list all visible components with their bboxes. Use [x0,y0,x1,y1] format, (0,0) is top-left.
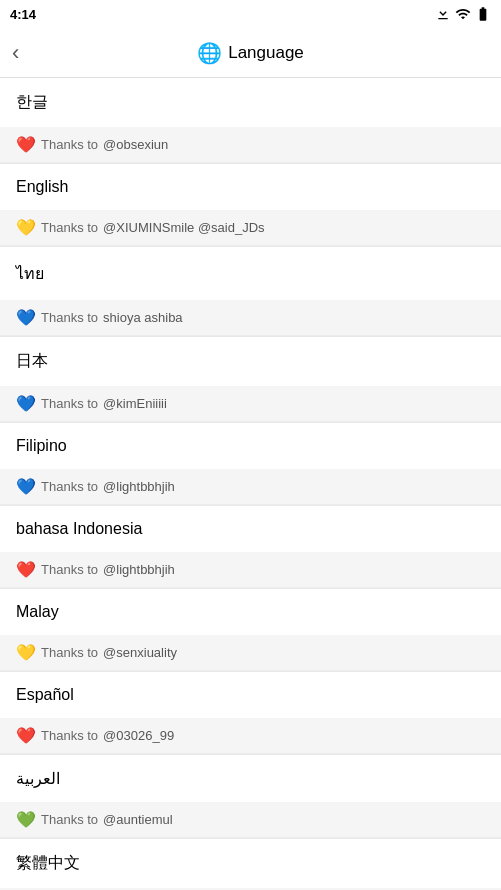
header: ‹ 🌐 Language [0,28,501,78]
language-item[interactable]: English [0,164,501,210]
thanks-row: 💙Thanks to@lightbbhjih [0,469,501,505]
thanks-emoji: 💛 [16,218,36,237]
battery-icon [475,6,491,22]
thanks-text: Thanks to [41,479,98,494]
status-bar: 4:14 [0,0,501,28]
thanks-emoji: 💙 [16,394,36,413]
header-title-text: Language [228,43,304,63]
thanks-row: 💚Thanks to@auntiemul [0,802,501,838]
language-item[interactable]: 日本 [0,337,501,386]
language-name: Malay [16,603,59,621]
language-item[interactable]: العربية [0,755,501,802]
language-name: 한글 [16,92,48,113]
thanks-handle: @senxiuality [103,645,177,660]
thanks-emoji: ❤️ [16,560,36,579]
thanks-row: ❤️Thanks to@lightbbhjih [0,552,501,588]
thanks-emoji: 💚 [16,810,36,829]
thanks-row: 💙Thanks to@kimEniiiii [0,386,501,422]
thanks-emoji: ❤️ [16,135,36,154]
header-title: 🌐 Language [197,41,304,65]
thanks-handle: @03026_99 [103,728,174,743]
language-name: Español [16,686,74,704]
thanks-text: Thanks to [41,562,98,577]
thanks-handle: @obsexiun [103,137,168,152]
language-item[interactable]: ไทย [0,247,501,300]
signal-icon [455,6,471,22]
thanks-text: Thanks to [41,396,98,411]
language-name: 繁體中文 [16,853,80,874]
thanks-row: 💛Thanks to@XIUMINSmile @said_JDs [0,210,501,246]
thanks-handle: @lightbbhjih [103,479,175,494]
back-button[interactable]: ‹ [12,40,19,66]
thanks-emoji: 💙 [16,308,36,327]
language-name: ไทย [16,261,44,286]
language-name: العربية [16,769,60,788]
thanks-row: 💙Thanks toshioya ashiba [0,300,501,336]
language-item[interactable]: Filipino [0,423,501,469]
thanks-text: Thanks to [41,812,98,827]
language-name: 日本 [16,351,48,372]
thanks-row: 💛Thanks to@senxiuality [0,635,501,671]
thanks-text: Thanks to [41,310,98,325]
language-name: bahasa Indonesia [16,520,142,538]
thanks-handle: @lightbbhjih [103,562,175,577]
language-item[interactable]: bahasa Indonesia [0,506,501,552]
thanks-handle: @XIUMINSmile @said_JDs [103,220,264,235]
globe-icon: 🌐 [197,41,222,65]
download-icon [435,6,451,22]
thanks-handle: @auntiemul [103,812,173,827]
thanks-emoji: ❤️ [16,726,36,745]
thanks-handle: shioya ashiba [103,310,183,325]
thanks-text: Thanks to [41,728,98,743]
thanks-text: Thanks to [41,220,98,235]
language-item[interactable]: 繁體中文 [0,839,501,888]
status-icons [435,6,491,22]
language-list: 한글❤️Thanks to@obsexiunEnglish💛Thanks to@… [0,78,501,890]
thanks-emoji: 💛 [16,643,36,662]
language-item[interactable]: Español [0,672,501,718]
language-name: English [16,178,68,196]
language-item[interactable]: 한글 [0,78,501,127]
thanks-emoji: 💙 [16,477,36,496]
language-name: Filipino [16,437,67,455]
thanks-row: ❤️Thanks to@obsexiun [0,127,501,163]
thanks-handle: @kimEniiiii [103,396,167,411]
thanks-text: Thanks to [41,137,98,152]
thanks-text: Thanks to [41,645,98,660]
status-time: 4:14 [10,7,36,22]
thanks-row: ❤️Thanks to@03026_99 [0,718,501,754]
language-item[interactable]: Malay [0,589,501,635]
